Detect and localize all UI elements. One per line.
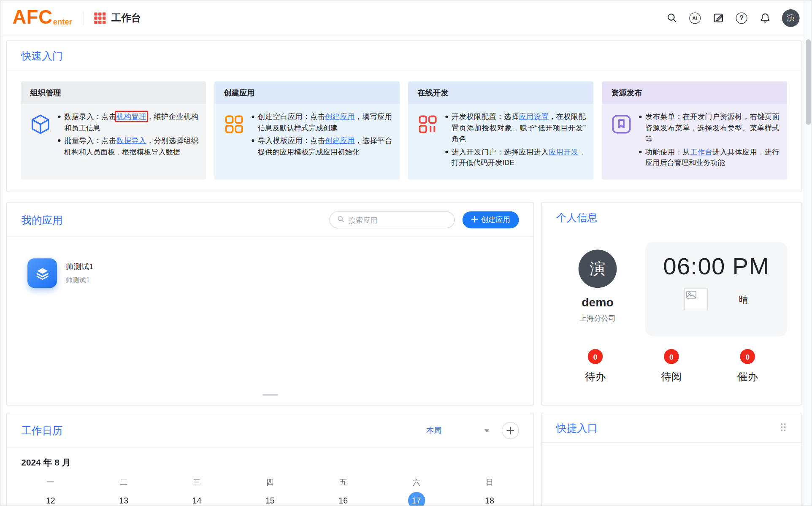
quick-entry-body: [541, 443, 801, 506]
plus-icon: [471, 216, 478, 224]
counter-todo[interactable]: 0 待办: [585, 349, 606, 384]
quick-entry-title: 快捷入口: [556, 422, 598, 434]
calendar-date[interactable]: 12: [14, 492, 87, 506]
bullet-item: 功能使用：从工作台进入具体应用，进行应用后台管理和业务功能: [638, 146, 780, 169]
compose-icon[interactable]: [712, 12, 724, 24]
quickstart-card-resource-publish: 资源发布 发布菜单：在开发门户资源树，右键页面资源发布菜单，选择发布类型、菜单样…: [602, 81, 787, 180]
range-dropdown[interactable]: 本周: [426, 426, 490, 436]
search-icon[interactable]: [666, 12, 678, 24]
todo-count-badge: 0: [588, 349, 603, 364]
link-create-app[interactable]: 创建应用: [325, 112, 355, 121]
help-icon[interactable]: ?: [735, 12, 747, 24]
notifications-bell-icon[interactable]: [759, 12, 771, 24]
cube-icon: [29, 113, 52, 172]
app-description: 帅测试1: [66, 275, 93, 284]
drag-handle-icon[interactable]: [780, 422, 787, 434]
link-workbench[interactable]: 工作台: [690, 147, 712, 156]
card-title: 组织管理: [21, 81, 206, 104]
app-search-box[interactable]: [329, 211, 455, 228]
calendar-date-selected[interactable]: 17: [380, 492, 453, 506]
quickstart-cards: 组织管理 数据录入：点击机构管理，维护企业机构和员工信息 批量导入：点: [7, 70, 801, 180]
bullet-text: 批量导入：点击: [64, 136, 116, 145]
personal-info-panel: 个人信息 演 demo 上海分公司 06:00 PM: [541, 202, 801, 406]
app-texts: 帅测试1 帅测试1: [66, 262, 93, 284]
workbench-nav[interactable]: 工作台: [95, 11, 141, 24]
counter-urge[interactable]: 0 催办: [737, 349, 758, 384]
card-title: 资源发布: [602, 81, 787, 104]
profile-avatar[interactable]: 演: [579, 249, 617, 288]
personal-info-title: 个人信息: [556, 211, 598, 224]
scroll-hint-bar[interactable]: [262, 394, 278, 396]
profile-name: demo: [556, 296, 639, 310]
broken-image-icon: [684, 288, 708, 310]
user-avatar[interactable]: 演: [782, 9, 800, 27]
logo-suffix-text: enter: [53, 17, 72, 26]
link-data-import[interactable]: 数据导入: [116, 136, 146, 145]
bullet-text: 进入开发门户：选择应用进入: [452, 147, 549, 156]
afcenter-logo[interactable]: AFC enter: [12, 10, 72, 26]
my-apps-panel: 我的应用 创建应用: [6, 202, 534, 406]
weekday-label: 三: [160, 477, 233, 487]
bookmark-window-icon: [610, 113, 633, 172]
calendar-month-label: 2024 年 8 月: [21, 457, 519, 468]
bullet-item: 创建空白应用：点击创建应用，填写应用信息及默认样式完成创建: [251, 111, 392, 134]
weekday-label: 六: [380, 477, 453, 487]
add-event-button[interactable]: [502, 422, 519, 439]
link-app-development[interactable]: 应用开发: [549, 147, 579, 156]
ai-assistant-icon[interactable]: AI: [689, 12, 701, 24]
workbench-grid-icon: [95, 12, 106, 24]
task-counters: 0 待办 0 待阅 0 催办: [541, 349, 801, 384]
app-item[interactable]: 帅测试1 帅测试1: [27, 258, 162, 288]
workbench-label: 工作台: [111, 11, 141, 24]
plus-icon: [506, 427, 514, 434]
bullet-text: 功能使用：从: [645, 147, 690, 156]
time-weather-card: 06:00 PM 晴: [645, 242, 787, 337]
to-read-label: 待阅: [661, 370, 682, 384]
quickstart-header: 快速入门: [7, 41, 801, 70]
bullet-item: 开发权限配置：选择应用设置，在权限配置页添加授权对象，赋予“低开项目开发”角色: [444, 111, 586, 145]
weekday-label: 四: [233, 477, 306, 487]
weather-row: 晴: [684, 288, 748, 310]
calendar-date[interactable]: 15: [233, 492, 306, 506]
link-create-app[interactable]: 创建应用: [325, 136, 355, 145]
create-app-button[interactable]: 创建应用: [463, 211, 519, 228]
weather-condition: 晴: [739, 293, 748, 306]
screen: AFC enter 工作台 AI: [0, 0, 812, 506]
bullet-item: 导入模板应用：点击创建应用，选择平台提供的应用模板完成应用初始化: [251, 135, 392, 157]
quickstart-card-organization: 组织管理 数据录入：点击机构管理，维护企业机构和员工信息 批量导入：点: [21, 81, 206, 180]
weekday-label: 五: [307, 477, 380, 487]
clock-time: 06:00 PM: [663, 252, 769, 280]
app-name: 帅测试1: [66, 262, 93, 271]
personal-info-header: 个人信息: [541, 203, 801, 232]
scrollbar-track[interactable]: [804, 0, 812, 506]
scrollbar-thumb[interactable]: [806, 39, 811, 124]
date-row: 12 13 14 15 16 17 18: [7, 492, 533, 506]
quick-entry-header: 快捷入口: [541, 413, 801, 443]
weekday-label: 二: [87, 477, 160, 487]
profile-org: 上海分公司: [556, 314, 639, 323]
link-org-management[interactable]: 机构管理: [116, 112, 146, 121]
calendar-date[interactable]: 18: [453, 492, 526, 506]
calendar-date[interactable]: 13: [87, 492, 160, 506]
topbar: AFC enter 工作台 AI: [0, 0, 812, 36]
calendar-controls: 本周: [426, 422, 519, 439]
my-apps-header: 我的应用 创建应用: [7, 203, 533, 237]
app-grid-icon: [223, 113, 246, 172]
components-icon: [417, 113, 439, 172]
topbar-actions: AI ? 演: [666, 9, 800, 27]
calendar-date[interactable]: 16: [307, 492, 380, 506]
calendar-date[interactable]: 14: [160, 492, 233, 506]
quickstart-title: 快速入门: [21, 50, 62, 62]
link-app-settings[interactable]: 应用设置: [519, 112, 549, 121]
bullet-text: 数据录入：点击: [64, 112, 116, 121]
urge-count-badge: 0: [740, 349, 755, 364]
bullet-item: 发布菜单：在开发门户资源树，右键页面资源发布菜单，选择发布类型、菜单样式等: [638, 111, 780, 145]
quick-entry-panel: 快捷入口: [541, 413, 801, 506]
urge-label: 催办: [737, 370, 758, 384]
quickstart-panel: 快速入门 组织管理 数据录入：点击机构管理，维护企业机构和员工信息: [6, 41, 802, 192]
counter-to-read[interactable]: 0 待阅: [661, 349, 682, 384]
search-input[interactable]: [349, 216, 447, 224]
weekday-label: 一: [14, 477, 87, 487]
weekday-row: 一 二 三 四 五 六 日: [7, 477, 533, 487]
logo-text: AFC: [12, 10, 52, 26]
